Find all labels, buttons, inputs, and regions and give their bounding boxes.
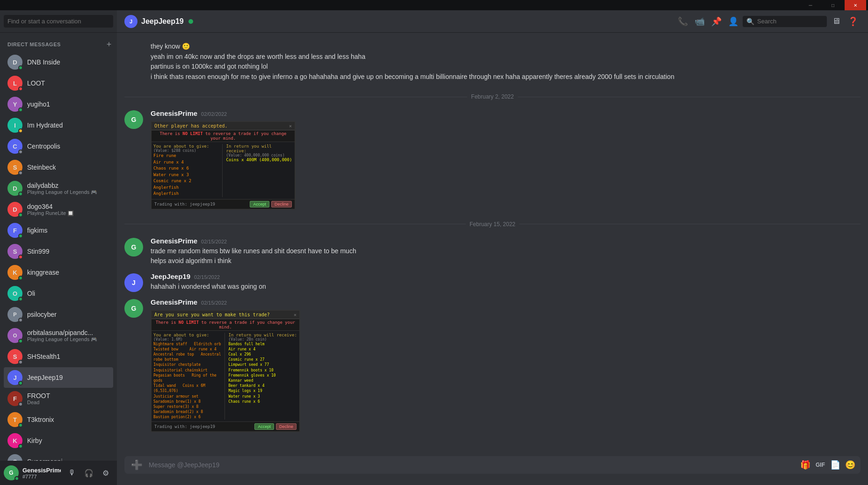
message-input-bar: ➕ 🎁 GIF 📄 😊 <box>117 456 868 485</box>
search-input[interactable] <box>4 15 113 28</box>
chat-recipient-name: JeepJeep19 <box>141 17 184 26</box>
chat-search-box[interactable]: 🔍 <box>743 16 827 27</box>
dm-item-loot[interactable]: L LOOT <box>4 73 113 93</box>
dm-item-t3ktronix[interactable]: T T3ktronix <box>4 409 113 430</box>
dm-item-oli[interactable]: O Oli <box>4 283 113 304</box>
avatar: O <box>7 286 22 301</box>
dm-item-steinbeck[interactable]: S Steinbeck <box>4 157 113 178</box>
dm-item-dogo364[interactable]: D dogo364 Playing RuneLite 🔲 <box>4 199 113 220</box>
status-indicator <box>18 381 23 385</box>
dm-header-label: Direct Messages <box>7 42 61 47</box>
dm-section-header: Direct Messages + <box>0 33 117 51</box>
help-button[interactable]: ❓ <box>847 16 859 27</box>
dm-name: dailydabbz <box>27 182 97 189</box>
dm-item-dailydabbz[interactable]: D dailydabbz Playing League of Legends 🎮 <box>4 178 113 199</box>
trade-decline-button[interactable]: Decline <box>276 423 297 430</box>
date-divider: February 2, 2022 <box>117 86 868 107</box>
gift-button[interactable]: 🎁 <box>799 458 812 471</box>
avatar: T <box>7 412 22 427</box>
dm-sub: Playing League of Legends 🎮 <box>27 189 97 195</box>
main-content: J JeepJeep19 📞 📹 📌 👤 🔍 🖥 ❓ <box>117 10 868 485</box>
avatar: S <box>7 454 22 461</box>
call-button[interactable]: 📞 <box>677 16 688 27</box>
user-name: GenesisPrime <box>22 467 61 474</box>
avatar: I <box>7 118 22 133</box>
dm-name: psilocyber <box>27 311 57 318</box>
settings-button[interactable]: ⚙ <box>98 465 113 480</box>
dm-item-shstealth1[interactable]: S SHStealth1 <box>4 346 113 367</box>
trade-accept-button[interactable]: Accept <box>254 423 274 430</box>
sidebar: Direct Messages + D DNB Inside L <box>0 10 117 485</box>
message-header: GenesisPrime 02/15/2022 <box>151 298 861 306</box>
avatar: Y <box>7 97 22 112</box>
dm-item-kirby[interactable]: K Kirby <box>4 430 113 451</box>
avatar-spacer <box>124 42 143 82</box>
message-content: GenesisPrime 02/15/2022 trade me random … <box>151 237 861 267</box>
date-label: February 2, 2022 <box>471 93 514 100</box>
add-dm-button[interactable]: + <box>105 40 113 49</box>
chat-search-input[interactable] <box>757 18 813 25</box>
window-controls[interactable]: ─ □ ✕ <box>800 0 866 10</box>
status-indicator <box>18 234 23 238</box>
dm-item-dnb-inside[interactable]: D DNB Inside <box>4 52 113 72</box>
inbox-button[interactable]: 🖥 <box>831 16 842 27</box>
dm-item-jeepjeep19[interactable]: J JeepJeep19 <box>4 367 113 388</box>
gif-button[interactable]: GIF <box>814 458 827 471</box>
deafen-button[interactable]: 🎧 <box>81 465 96 480</box>
dm-name: FROOT <box>27 392 50 399</box>
close-icon[interactable]: ✕ <box>294 312 297 317</box>
status-indicator <box>18 150 23 154</box>
mute-button[interactable]: 🎙 <box>65 465 80 480</box>
chat-recipient-avatar: J <box>124 15 137 28</box>
dm-item-yugiho1[interactable]: Y yugiho1 <box>4 94 113 114</box>
dm-item-psilocyber[interactable]: P psilocyber <box>4 304 113 325</box>
divider-line <box>124 97 467 97</box>
dm-name: Steinbeck <box>27 164 56 171</box>
message-author[interactable]: GenesisPrime <box>151 298 197 306</box>
message-timestamp: 02/02/2022 <box>201 111 227 117</box>
close-icon[interactable]: ✕ <box>289 123 292 128</box>
dm-name: orbitalasuna/pipandc... <box>27 329 97 336</box>
dm-item-froot[interactable]: F FROOT Dead <box>4 388 113 409</box>
dm-name: Im Hydrated <box>27 121 63 129</box>
trade-accept-button[interactable]: Accept <box>250 201 269 207</box>
message-author[interactable]: JeepJeep19 <box>151 272 190 280</box>
video-button[interactable]: 📹 <box>694 16 705 27</box>
sticker-button[interactable]: 📄 <box>829 458 842 471</box>
message-author[interactable]: GenesisPrime <box>151 237 197 245</box>
message-group: G GenesisPrime 02/15/2022 trade me rando… <box>117 235 868 269</box>
dm-name: yugiho1 <box>27 100 50 108</box>
trade-decline-button[interactable]: Decline <box>271 201 292 207</box>
user-tag: #7777 <box>22 474 61 479</box>
avatar: C <box>7 139 22 154</box>
message-author[interactable]: GenesisPrime <box>151 109 197 117</box>
dm-item-supermonni[interactable]: S Supermonni <box>4 451 113 461</box>
maximize-button[interactable]: □ <box>822 0 844 10</box>
avatar: D <box>7 181 22 196</box>
recipient-status-dot <box>188 19 193 24</box>
minimize-button[interactable]: ─ <box>800 0 821 10</box>
add-friend-button[interactable]: 👤 <box>728 16 739 27</box>
user-controls: 🎙 🎧 ⚙ <box>65 465 113 480</box>
avatar: D <box>7 202 22 217</box>
status-indicator <box>18 423 23 428</box>
message-content: JeepJeep19 02/15/2022 hahahah i wondered… <box>151 272 861 292</box>
dm-item-kinggrease[interactable]: K kinggrease <box>4 262 113 283</box>
trade-screenshot-1: Other player has accepted. ✕ There is NO… <box>151 121 296 210</box>
dm-item-orbitalasuna[interactable]: O orbitalasuna/pipandc... Playing League… <box>4 325 113 346</box>
dm-item-centropolis[interactable]: C Centropolis <box>4 136 113 157</box>
message-text: trade me random items btw like runes and… <box>151 247 861 266</box>
dm-item-figkims[interactable]: F figkims <box>4 220 113 241</box>
close-button[interactable]: ✕ <box>845 0 866 10</box>
avatar: O <box>7 328 22 343</box>
pin-button[interactable]: 📌 <box>711 16 722 27</box>
message-input[interactable] <box>149 456 795 474</box>
dm-item-im-hydrated[interactable]: I Im Hydrated <box>4 115 113 136</box>
dm-item-stin999[interactable]: S Stin999 <box>4 241 113 262</box>
status-indicator <box>18 318 23 322</box>
message-header: JeepJeep19 02/15/2022 <box>151 272 861 280</box>
add-file-button[interactable]: ➕ <box>128 456 145 473</box>
dm-sub: Dead <box>27 399 50 405</box>
emoji-button[interactable]: 😊 <box>844 458 857 471</box>
avatar: S <box>7 160 22 175</box>
